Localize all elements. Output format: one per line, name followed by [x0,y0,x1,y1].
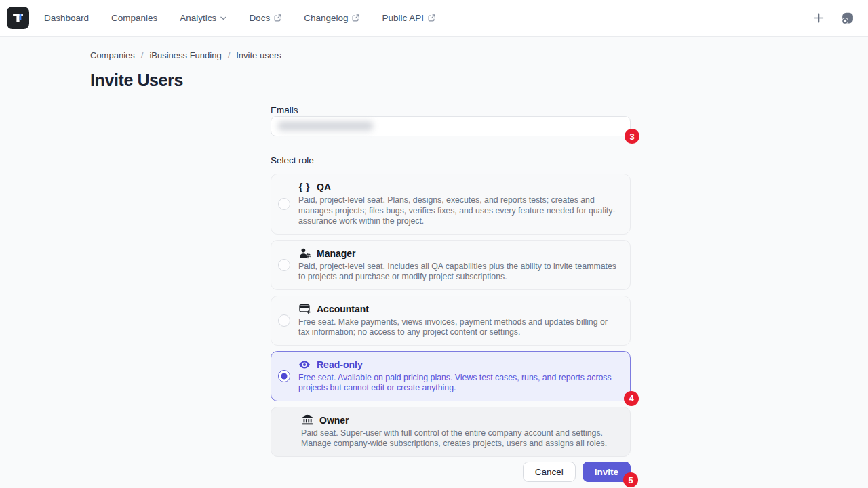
role-option-accountant[interactable]: Accountant Free seat. Make payments, vie… [271,296,631,346]
role-option-read-only[interactable]: Read-only Free seat. Available on paid p… [271,351,631,401]
cancel-button[interactable]: Cancel [523,462,576,482]
add-button[interactable] [814,13,824,23]
nav-companies[interactable]: Companies [111,13,157,23]
logo-t-icon [12,12,24,24]
step-badge-4: 4 [624,391,639,406]
breadcrumb-companies[interactable]: Companies [90,50,135,60]
role-description: Paid, project-level seat. Includes all Q… [298,262,619,283]
plus-icon [814,13,824,23]
role-description: Paid, project-level seat. Plans, designs… [298,195,619,227]
page-title: Invite Users [90,70,183,90]
credit-card-plus-icon [298,303,311,314]
step-badge-5: 5 [623,472,638,487]
braces-icon: { } [298,182,311,192]
role-radio-qa[interactable] [278,198,290,210]
chevron-down-icon [220,16,226,20]
breadcrumb: Companies / iBusiness Funding / Invite u… [90,50,281,60]
role-name: Owner [319,415,349,426]
nav-right-actions [814,11,854,25]
record-button[interactable] [840,11,854,25]
role-description: Free seat. Make payments, views invoices… [298,317,619,338]
role-radio-manager[interactable] [278,259,290,271]
nav-analytics[interactable]: Analytics [180,13,226,23]
invite-users-page: Dashboard Companies Analytics Docs Chang… [0,0,868,488]
emails-label: Emails [271,105,298,115]
role-body: Owner Paid seat. Super-user with full co… [301,414,619,449]
emails-input[interactable] [271,116,631,136]
record-icon [840,11,854,25]
role-body: Accountant Free seat. Make payments, vie… [298,303,619,338]
role-body: { } QA Paid, project-level seat. Plans, … [298,181,619,227]
role-body: Read-only Free seat. Available on paid p… [298,359,619,394]
invite-button[interactable]: Invite 5 [583,462,631,482]
role-radio-accountant[interactable] [278,314,290,327]
role-name: QA [317,182,331,192]
step-badge-3: 3 [625,129,639,144]
app-logo[interactable] [7,7,29,29]
emails-field-wrap: 3 [271,116,631,136]
role-name: Accountant [317,304,369,314]
form-actions: Cancel Invite 5 [523,462,631,482]
invite-button-label: Invite [595,467,618,477]
breadcrumb-separator: / [141,50,144,60]
breadcrumb-company-name[interactable]: iBusiness Funding [149,50,221,60]
user-gear-icon [298,247,311,259]
nav-companies-label: Companies [111,13,157,23]
role-name: Manager [317,248,356,259]
role-options-list: { } QA Paid, project-level seat. Plans, … [271,174,631,457]
role-name: Read-only [317,359,363,370]
role-radio-read-only[interactable] [278,370,290,382]
nav-docs-label: Docs [249,13,270,23]
nav-dashboard[interactable]: Dashboard [44,13,89,23]
role-option-qa[interactable]: { } QA Paid, project-level seat. Plans, … [271,174,631,235]
role-body: Manager Paid, project-level seat. Includ… [298,247,619,283]
bank-icon [301,414,313,426]
role-option-manager[interactable]: Manager Paid, project-level seat. Includ… [271,240,631,290]
invite-form: Emails 3 Select role { } QA Paid, projec… [271,0,631,488]
nav-dashboard-label: Dashboard [44,13,89,23]
select-role-label: Select role [271,155,314,165]
role-option-owner: Owner Paid seat. Super-user with full co… [271,407,631,457]
nav-analytics-label: Analytics [180,13,216,23]
eye-icon [298,360,311,369]
breadcrumb-separator: / [228,50,231,60]
role-description: Paid seat. Super-user with full control … [301,428,619,449]
role-description: Free seat. Available on paid pricing pla… [298,373,619,394]
